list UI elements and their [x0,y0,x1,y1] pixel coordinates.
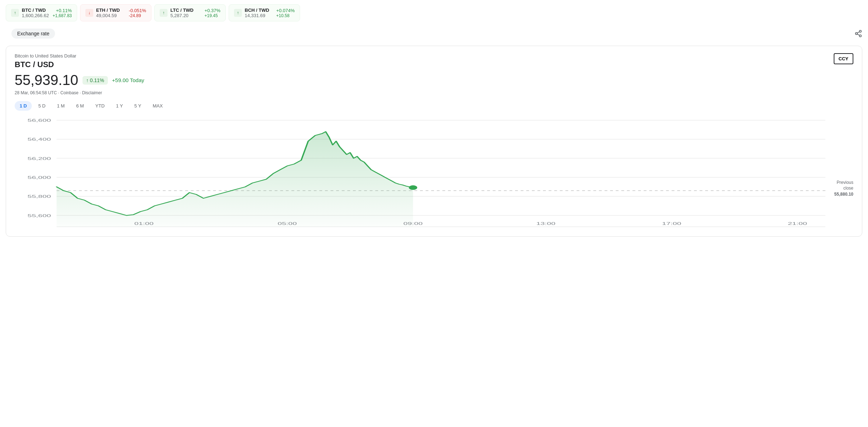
prev-close-text: Previousclose55,880.10 [834,180,853,197]
period-tabs: 1 D5 D1 M6 MYTD1 Y5 YMAX [15,101,853,111]
period-tab-6-m[interactable]: 6 M [71,101,89,111]
ticker-info: BCH / TWD14,331.69 [245,7,273,18]
ticker-item[interactable]: ↑LTC / TWD5,287.20+0.37%+19.45 [154,4,226,21]
svg-text:01:00: 01:00 [134,221,154,226]
svg-text:05:00: 05:00 [278,221,297,226]
ticker-item[interactable]: ↑BTC / TWD1,600,266.62+0.11%+1,687.83 [6,4,77,21]
exchange-rate-label[interactable]: Exchange rate [11,29,55,39]
up-arrow-icon: ↑ [11,9,19,17]
ticker-change-abs: -24.89 [129,13,146,18]
chart-area: 56,600 56,400 56,200 56,000 55,800 55,60… [15,116,853,231]
svg-text:09:00: 09:00 [403,221,423,226]
chart-card: Bitcoin to United States Dollar BTC / US… [6,46,862,237]
ticker-change-group: +0.37%+19.45 [205,8,220,18]
svg-text:56,400: 56,400 [28,137,51,142]
svg-line-4 [857,31,859,33]
ticker-change-pct: +0.11% [53,8,72,13]
change-pct: ↑ 0.11% [86,77,104,83]
up-arrow-icon: ↑ [160,9,168,17]
change-today: +59.00 Today [112,77,144,83]
svg-line-3 [857,34,859,35]
period-tab-5-y[interactable]: 5 Y [129,101,146,111]
ticker-price: 1,600,266.62 [22,13,50,18]
ticker-pair: ETH / TWD [96,7,126,13]
svg-point-19 [409,185,417,190]
ticker-item[interactable]: ↑BCH / TWD14,331.69+0.074%+10.58 [229,4,300,21]
period-tab-max[interactable]: MAX [148,101,168,111]
up-arrow-icon: ↑ [234,9,242,17]
ticker-pair: BTC / TWD [22,7,50,13]
period-tab-ytd[interactable]: YTD [90,101,110,111]
ticker-item[interactable]: ↓ETH / TWD49,004.59-0.051%-24.89 [80,4,151,21]
svg-text:56,200: 56,200 [28,156,51,161]
ticker-change-pct: +0.37% [205,8,220,13]
period-tab-1-d[interactable]: 1 D [15,101,32,111]
chart-price: 55,939.10 [15,72,78,88]
chart-subtitle: Bitcoin to United States Dollar [15,53,76,59]
period-tab-5-d[interactable]: 5 D [33,101,50,111]
ccy-button[interactable]: CCY [834,53,853,64]
chart-pair-header: Bitcoin to United States Dollar BTC / US… [15,53,853,72]
svg-text:21:00: 21:00 [788,221,807,226]
ticker-info: BTC / TWD1,600,266.62 [22,7,50,18]
ticker-price: 14,331.69 [245,13,273,18]
down-arrow-icon: ↓ [85,9,93,17]
ticker-change-group: +0.074%+10.58 [276,8,295,18]
svg-text:13:00: 13:00 [536,221,555,226]
top-row: Exchange rate [0,26,868,43]
chart-price-row: 55,939.10 ↑ 0.11% +59.00 Today [15,72,853,88]
svg-text:17:00: 17:00 [662,221,681,226]
ticker-bar: ↑BTC / TWD1,600,266.62+0.11%+1,687.83↓ET… [0,0,868,26]
ticker-change-pct: +0.074% [276,8,295,13]
prev-close-label: Previousclose55,880.10 [834,179,853,197]
chart-meta: 28 Mar, 06:54:58 UTC · Coinbase · Discla… [15,90,853,95]
change-badge: ↑ 0.11% [83,76,108,85]
ticker-pair: LTC / TWD [170,7,202,13]
svg-text:55,600: 55,600 [28,213,51,218]
svg-text:56,000: 56,000 [28,175,51,180]
ticker-change-pct: -0.051% [129,8,146,13]
ticker-price: 49,004.59 [96,13,126,18]
svg-text:55,800: 55,800 [28,194,51,199]
ticker-change-group: -0.051%-24.89 [129,8,146,18]
ticker-info: ETH / TWD49,004.59 [96,7,126,18]
share-icon[interactable] [854,30,862,39]
period-tab-1-m[interactable]: 1 M [52,101,70,111]
ticker-change-abs: +1,687.83 [53,13,72,18]
svg-text:56,600: 56,600 [28,118,51,123]
ticker-change-abs: +10.58 [276,13,295,18]
ticker-change-group: +0.11%+1,687.83 [53,8,72,18]
chart-svg: 56,600 56,400 56,200 56,000 55,800 55,60… [15,116,853,231]
ticker-info: LTC / TWD5,287.20 [170,7,202,18]
ticker-change-abs: +19.45 [205,13,220,18]
ticker-pair: BCH / TWD [245,7,273,13]
chart-pair-title: BTC / USD [15,60,76,69]
chart-title-group: Bitcoin to United States Dollar BTC / US… [15,53,76,72]
ticker-price: 5,287.20 [170,13,202,18]
period-tab-1-y[interactable]: 1 Y [111,101,128,111]
